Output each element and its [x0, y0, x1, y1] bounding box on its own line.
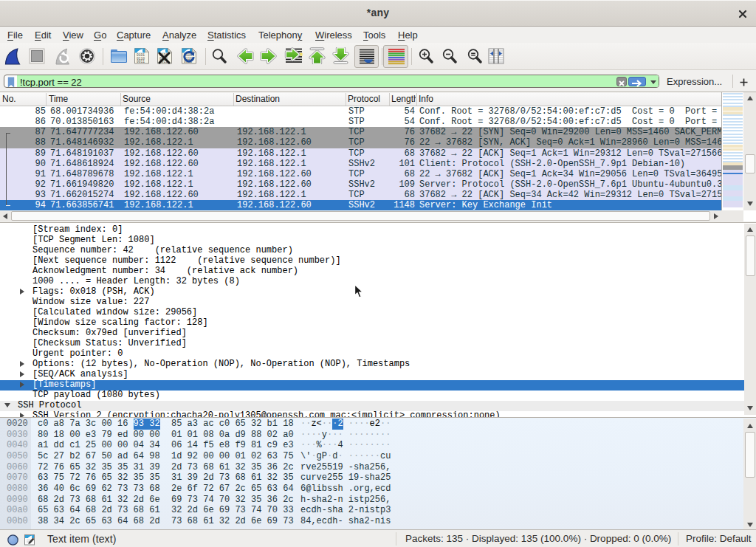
svg-text:0011: 0011: [137, 60, 145, 63]
